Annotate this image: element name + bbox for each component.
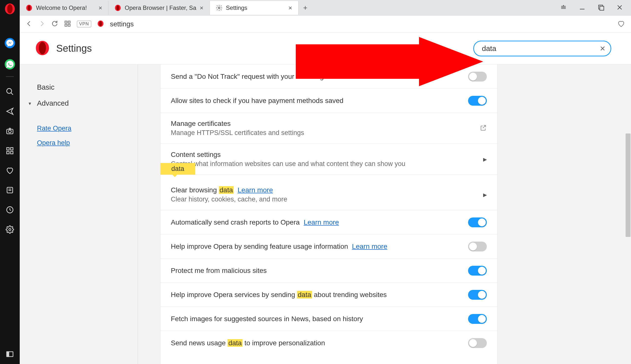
toggle-malicious-protection[interactable] [468,266,487,276]
new-tab-button[interactable]: + [298,1,312,15]
scrollbar[interactable] [625,64,631,364]
row-feature-usage[interactable]: Help improve Opera by sending feature us… [160,234,497,258]
setting-label: Allow sites to check if you have payment… [171,97,343,105]
scrollbar-thumb[interactable] [625,134,630,237]
settings-main: Basic Advanced Rate Opera Opera help Sen… [20,64,631,364]
opera-logo-icon [35,40,50,57]
gear-favicon-icon [216,4,223,11]
svg-point-32 [99,21,102,26]
settings-panel: Send a "Do Not Track" request with your … [160,64,497,364]
setting-sublabel: Clear history, cookies, cache, and more [171,196,478,203]
toggle-crash-reports[interactable] [468,218,487,227]
opera-sidebar [0,0,20,364]
window-controls [560,4,631,12]
speed-dial-icon[interactable] [64,20,71,28]
tab-title: Welcome to Opera! [36,4,87,11]
heart-icon[interactable] [5,166,15,175]
close-window-icon[interactable] [616,4,623,12]
url-text[interactable]: settings [110,20,611,28]
messenger-icon[interactable] [5,38,15,48]
setting-label: Protect me from malicious sites [171,267,267,274]
nav-rate-opera[interactable]: Rate Opera [37,121,138,136]
learn-more-link[interactable]: Learn more [304,218,339,226]
svg-rect-6 [7,148,9,150]
svg-rect-9 [11,152,13,154]
downloads-icon[interactable] [560,4,567,12]
nav-basic[interactable]: Basic [37,79,138,95]
search-tooltip: data [160,163,195,174]
row-malicious-protection[interactable]: Protect me from malicious sites [160,258,497,283]
svg-rect-16 [7,352,9,356]
svg-point-1 [7,4,13,14]
setting-label: Send a "Do Not Track" request with your … [171,73,342,80]
clear-search-icon[interactable]: ✕ [600,44,605,52]
gear-icon[interactable] [5,224,15,234]
tab-title: Settings [226,4,247,11]
history-icon[interactable] [5,205,15,215]
settings-search-input[interactable] [473,41,611,56]
setting-label: Help improve Opera services by sending d… [171,291,387,299]
toggle-news-usage[interactable] [468,338,487,348]
svg-point-18 [28,6,31,10]
minimize-icon[interactable] [579,4,586,12]
setting-label: Help improve Opera by sending feature us… [171,242,348,250]
send-icon[interactable] [5,106,15,116]
close-icon[interactable]: × [288,5,292,11]
close-icon[interactable]: × [99,5,102,11]
sidebar-divider [6,76,14,77]
svg-rect-8 [7,152,9,154]
svg-point-34 [39,42,46,54]
toggle-feature-usage[interactable] [468,242,487,252]
row-manage-certificates[interactable]: Manage certificates Manage HTTPS/SSL cer… [160,113,497,144]
svg-point-20 [116,6,119,10]
row-crash-reports[interactable]: Automatically send crash reports to Oper… [160,210,497,234]
tab-opera-browser[interactable]: Opera Browser | Faster, Sa × [108,1,210,15]
forward-button[interactable] [39,20,45,28]
bookmark-heart-icon[interactable] [617,20,625,28]
settings-content: Send a "Do Not Track" request with your … [138,64,631,364]
camera-icon[interactable] [5,126,15,136]
tab-title: Opera Browser | Faster, Sa [125,4,196,11]
opera-favicon-icon [26,4,33,11]
svg-rect-29 [65,24,67,26]
tab-settings[interactable]: Settings × [210,1,298,15]
setting-label: Clear browsing data [171,186,234,194]
vpn-badge[interactable]: VPN [77,21,91,27]
toggle-trending-websites[interactable] [468,290,487,300]
row-news-usage[interactable]: Send news usage data to improve personal… [160,331,497,355]
svg-point-2 [7,88,12,93]
toggle-news-images[interactable] [468,314,487,324]
svg-rect-28 [68,21,70,23]
news-icon[interactable] [5,185,15,195]
grid-icon[interactable] [5,146,15,156]
sidebar-toggle-icon[interactable] [5,349,15,359]
row-payment-methods[interactable]: Allow sites to check if you have payment… [160,89,497,113]
row-news-images[interactable]: Fetch images for suggested sources in Ne… [160,307,497,331]
nav-opera-help[interactable]: Opera help [37,136,138,150]
setting-label: Content settings [171,151,221,158]
opera-url-icon [97,20,104,28]
reload-button[interactable] [51,20,58,28]
toggle-do-not-track[interactable] [468,72,487,82]
setting-sublabel: Manage HTTPS/SSL certificates and settin… [171,129,479,137]
chevron-right-icon: ▶ [483,192,487,198]
back-button[interactable] [26,20,33,28]
row-do-not-track[interactable]: Send a "Do Not Track" request with your … [160,64,497,89]
address-bar: VPN settings [20,16,631,32]
maximize-icon[interactable] [597,4,604,12]
page-title: Settings [56,43,92,54]
search-icon[interactable] [5,87,15,96]
opera-logo-icon[interactable] [4,3,16,16]
nav-advanced[interactable]: Advanced [37,95,138,111]
row-trending-websites[interactable]: Help improve Opera services by sending d… [160,283,497,307]
svg-rect-30 [68,24,70,26]
close-icon[interactable]: × [200,5,203,11]
row-clear-browsing-data[interactable]: data Clear browsing data Learn more Clea… [160,175,497,210]
whatsapp-icon[interactable] [5,59,15,70]
row-content-settings[interactable]: Content settings Control what informatio… [160,144,497,175]
toggle-payment-methods[interactable] [468,96,487,106]
learn-more-link[interactable]: Learn more [238,186,273,194]
tab-welcome[interactable]: Welcome to Opera! × [20,1,108,15]
learn-more-link[interactable]: Learn more [352,242,387,250]
opera-favicon-icon [114,4,121,11]
